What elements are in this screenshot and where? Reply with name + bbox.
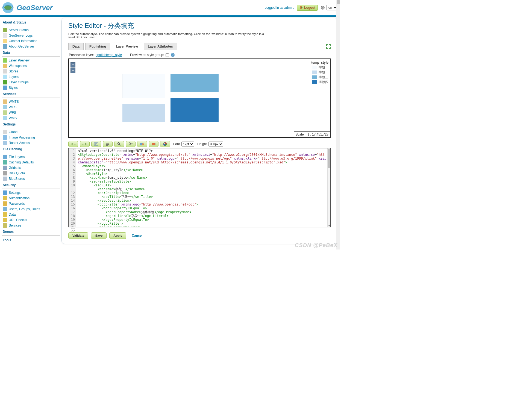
menu-item-label[interactable]: Caching Defaults: [9, 160, 34, 164]
sidebar-item-server-status[interactable]: Server Status: [2, 27, 60, 33]
insert-image-button[interactable]: [137, 141, 147, 147]
sidebar-item-image-processing[interactable]: Image Processing: [2, 135, 60, 140]
sidebar-item-about-geoserver[interactable]: About GeoServer: [2, 44, 60, 49]
brand-logo[interactable]: GeoServer: [1, 1, 53, 14]
menu-item-label[interactable]: WMTS: [9, 100, 19, 104]
menu-item-label[interactable]: Tile Layers: [9, 155, 25, 159]
sidebar-section-tools[interactable]: Tools: [2, 237, 60, 243]
sidebar-item-global[interactable]: Global: [2, 129, 60, 135]
sidebar-item-tile-layers[interactable]: Tile Layers: [2, 154, 60, 160]
sidebar-item-disk-quota[interactable]: Disk Quota: [2, 171, 60, 176]
menu-item-label[interactable]: Contact Information: [9, 39, 37, 43]
sidebar-item-geoserver-logs[interactable]: GeoServer Logs: [2, 33, 60, 38]
sidebar-item-wms[interactable]: WMS: [2, 115, 60, 121]
menu-item-label[interactable]: Users, Groups, Roles: [9, 207, 40, 211]
menu-item-label[interactable]: Layer Groups: [9, 80, 29, 84]
tab-data[interactable]: Data: [68, 43, 84, 50]
menu-item-label[interactable]: Styles: [9, 86, 18, 90]
sidebar-item-wfs[interactable]: WFS: [2, 110, 60, 115]
sidebar-item-users-groups-roles[interactable]: Users, Groups, Roles: [2, 206, 60, 212]
menu-item-label[interactable]: Global: [9, 130, 18, 134]
editor-scrollbar[interactable]: [327, 148, 330, 227]
language-select[interactable]: en: [327, 5, 337, 10]
menu-item-label[interactable]: BlobStores: [9, 177, 25, 181]
menu-item-label[interactable]: GeoServer Logs: [9, 34, 33, 37]
sidebar-item-wmts[interactable]: WMTS: [2, 99, 60, 104]
menu-item-label[interactable]: WCS: [9, 105, 16, 109]
editor-height-select[interactable]: 300px: [208, 142, 223, 146]
menu-item-label[interactable]: Gridsets: [9, 166, 21, 170]
menu-item-label[interactable]: URL Checks: [9, 218, 27, 222]
menu-item-label[interactable]: Raster Access: [9, 141, 30, 145]
sidebar-item-passwords[interactable]: Passwords: [2, 201, 60, 206]
sidebar-section-demos[interactable]: Demos: [2, 228, 60, 235]
sidebar-item-wcs[interactable]: WCS: [2, 104, 60, 110]
choose-color-button[interactable]: [149, 141, 158, 147]
zoom-out-button[interactable]: −: [70, 68, 75, 73]
tab-layer-preview[interactable]: Layer Preview: [112, 43, 142, 50]
sidebar-item-layers[interactable]: Layers: [2, 74, 60, 80]
fullscreen-icon[interactable]: [326, 44, 331, 49]
menu-item-label[interactable]: Disk Quota: [9, 171, 25, 175]
menu-item-label[interactable]: Services: [9, 224, 21, 227]
sidebar-item-data[interactable]: Data: [2, 212, 60, 217]
menu-item-label[interactable]: Settings: [9, 191, 20, 195]
menu-item-label[interactable]: Layers: [9, 75, 19, 79]
find-button[interactable]: [114, 141, 124, 147]
sidebar-item-blobstores[interactable]: BlobStores: [2, 176, 60, 181]
zoom-in-button[interactable]: +: [70, 62, 75, 68]
color-picker-button[interactable]: [160, 141, 170, 147]
sidebar-item-services[interactable]: Services: [2, 223, 60, 228]
tab-layer-attributes[interactable]: Layer Attributes: [144, 43, 177, 50]
font-size-select[interactable]: 12pt: [181, 142, 194, 146]
sidebar-item-gridsets[interactable]: Gridsets: [2, 165, 60, 171]
sidebar-section-services[interactable]: Services: [2, 90, 60, 97]
menu-item-label[interactable]: About GeoServer: [9, 45, 34, 48]
sidebar-item-contact-information[interactable]: Contact Information: [2, 38, 60, 44]
menu-item-label[interactable]: Stores: [9, 69, 18, 73]
reformat-button[interactable]: [103, 141, 113, 147]
menu-item-label[interactable]: Layer Preview: [9, 58, 30, 62]
sidebar-item-workspaces[interactable]: Workspaces: [2, 63, 60, 69]
menu-item-label[interactable]: Data: [9, 213, 16, 216]
page-scrollbar[interactable]: [336, 0, 340, 250]
sidebar-item-caching-defaults[interactable]: Caching Defaults: [2, 160, 60, 165]
sidebar-item-layer-groups[interactable]: Layer Groups: [2, 80, 60, 85]
sidebar-item-url-checks[interactable]: URL Checks: [2, 217, 60, 223]
menu-item-label[interactable]: Workspaces: [9, 64, 27, 68]
cancel-link[interactable]: Cancel: [132, 234, 142, 237]
code-editor[interactable]: 12345678910111213141516171819202122 <?xm…: [68, 148, 331, 227]
sidebar-item-settings[interactable]: Settings: [2, 190, 60, 195]
menu-item-label[interactable]: WMS: [9, 116, 17, 120]
logout-button[interactable]: Logout: [297, 5, 318, 11]
validate-button[interactable]: Validate: [68, 232, 88, 239]
sidebar-section-data[interactable]: Data: [2, 49, 60, 56]
sidebar-item-styles[interactable]: Styles: [2, 85, 60, 90]
menu-item-label[interactable]: Image Processing: [9, 136, 35, 139]
scroll-down-icon[interactable]: [328, 225, 330, 227]
menu-item-label[interactable]: Server Status: [9, 28, 29, 32]
map-preview[interactable]: + − temp_style 字段一字段二字段三字段四 Scale = 1 : …: [68, 58, 331, 138]
sidebar-item-stores[interactable]: Stores: [2, 69, 60, 74]
help-icon[interactable]: ?: [171, 53, 175, 57]
menu-item-label[interactable]: Passwords: [9, 202, 25, 206]
preview-layer-link[interactable]: spatial:temp_style: [96, 53, 122, 57]
undo-button[interactable]: [68, 141, 78, 147]
menu-item-label[interactable]: Authentication: [9, 196, 30, 200]
find-replace-button[interactable]: [126, 141, 136, 147]
sidebar-item-layer-preview[interactable]: Layer Preview: [2, 58, 60, 63]
sidebar-section-security[interactable]: Security: [2, 181, 60, 188]
tab-publishing[interactable]: Publishing: [85, 43, 110, 50]
sidebar-item-raster-access[interactable]: Raster Access: [2, 140, 60, 146]
style-group-checkbox[interactable]: [166, 53, 169, 57]
sidebar-item-authentication[interactable]: Authentication: [2, 195, 60, 201]
sidebar-section-tile-caching[interactable]: Tile Caching: [2, 146, 60, 152]
sidebar-section-about-status[interactable]: About & Status: [2, 19, 60, 25]
save-button[interactable]: Save: [91, 232, 107, 239]
goto-line-button[interactable]: [91, 141, 101, 147]
redo-button[interactable]: [80, 141, 90, 147]
sidebar-section-settings[interactable]: Settings: [2, 121, 60, 127]
editor-content[interactable]: <?xml version="1.0" encoding="UTF-8"?> <…: [76, 148, 330, 227]
menu-item-label[interactable]: WFS: [9, 111, 16, 115]
apply-button[interactable]: Apply: [109, 232, 126, 239]
